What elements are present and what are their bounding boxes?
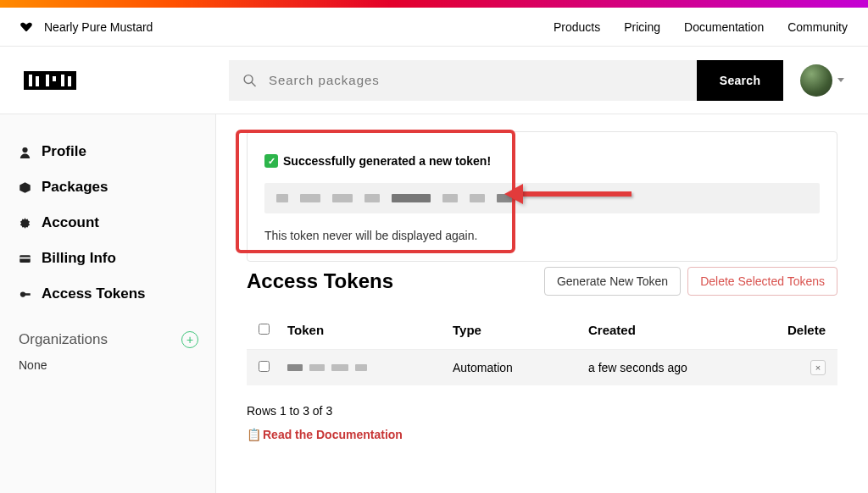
- col-created: Created: [588, 323, 775, 337]
- token-warning: This token never will be displayed again…: [264, 229, 820, 242]
- row-delete-button[interactable]: ×: [810, 360, 826, 375]
- search-form: Search: [229, 60, 783, 101]
- user-icon: [19, 146, 31, 158]
- search-input[interactable]: [269, 73, 683, 87]
- col-token: Token: [287, 323, 453, 337]
- svg-point-2: [22, 147, 27, 152]
- sidebar: Profile Packages Account Billing Info Ac…: [0, 114, 216, 493]
- delete-selected-button[interactable]: Delete Selected Tokens: [687, 267, 837, 296]
- package-icon: [19, 181, 31, 194]
- page-title: Access Tokens: [247, 269, 393, 293]
- token-value[interactable]: [264, 183, 820, 213]
- sidebar-item-account[interactable]: Account: [0, 209, 215, 236]
- search-button[interactable]: Search: [697, 60, 783, 101]
- heart-icon: [20, 22, 32, 32]
- check-icon: ✓: [264, 154, 278, 168]
- main-content: ✓ Successfully generated a new token! Th…: [216, 114, 868, 493]
- col-delete: Delete: [775, 323, 826, 337]
- sidebar-item-label: Account: [42, 214, 99, 231]
- svg-point-0: [244, 75, 253, 83]
- row-checkbox[interactable]: [259, 361, 270, 372]
- success-message: ✓ Successfully generated a new token!: [264, 154, 820, 168]
- svg-rect-7: [25, 293, 31, 296]
- npm-logo[interactable]: [24, 71, 76, 90]
- generate-token-button[interactable]: Generate New Token: [544, 267, 681, 296]
- row-created: a few seconds ago: [588, 361, 775, 374]
- clipboard-icon: 📋: [247, 428, 261, 441]
- sidebar-item-label: Access Tokens: [42, 285, 146, 302]
- nav-pricing[interactable]: Pricing: [624, 20, 660, 34]
- chevron-down-icon: [837, 78, 844, 82]
- credit-card-icon: [19, 252, 31, 265]
- row-type: Automation: [453, 361, 588, 374]
- success-text: Successfully generated a new token!: [283, 154, 491, 168]
- read-docs-label: Read the Documentation: [263, 428, 403, 441]
- sidebar-item-access-tokens[interactable]: Access Tokens: [0, 280, 215, 307]
- svg-line-1: [252, 82, 256, 86]
- user-menu[interactable]: [800, 64, 844, 97]
- sidebar-item-label: Profile: [42, 143, 86, 160]
- key-icon: [19, 288, 31, 301]
- col-type: Type: [453, 323, 588, 337]
- top-nav: Nearly Pure Mustard Products Pricing Doc…: [0, 8, 868, 47]
- top-links: Products Pricing Documentation Community: [554, 20, 848, 34]
- header: Search: [0, 47, 868, 114]
- nav-community[interactable]: Community: [787, 20, 848, 34]
- table-row: Automation a few seconds ago ×: [247, 350, 837, 385]
- pagination-text: Rows 1 to 3 of 3: [247, 404, 837, 418]
- add-org-button[interactable]: +: [181, 331, 198, 348]
- sidebar-item-profile[interactable]: Profile: [0, 138, 215, 165]
- brand-gradient-bar: [0, 0, 868, 8]
- nav-products[interactable]: Products: [554, 20, 600, 34]
- read-docs-link[interactable]: 📋 Read the Documentation: [247, 428, 837, 441]
- avatar: [800, 64, 832, 97]
- sidebar-item-label: Packages: [42, 179, 108, 196]
- sidebar-item-packages[interactable]: Packages: [0, 174, 215, 201]
- token-notice-card: ✓ Successfully generated a new token! Th…: [247, 131, 837, 262]
- svg-rect-5: [19, 257, 31, 258]
- nav-documentation[interactable]: Documentation: [684, 20, 764, 34]
- tagline-text: Nearly Pure Mustard: [44, 20, 153, 34]
- tokens-table-header: Token Type Created Delete: [247, 311, 837, 350]
- svg-point-6: [20, 291, 25, 296]
- sidebar-item-billing[interactable]: Billing Info: [0, 245, 215, 272]
- organizations-heading: Organizations: [19, 331, 108, 348]
- sidebar-item-label: Billing Info: [42, 250, 116, 267]
- select-all-checkbox[interactable]: [259, 324, 270, 335]
- gear-icon: [19, 217, 31, 230]
- row-token-masked: [287, 364, 453, 371]
- search-input-wrap[interactable]: [229, 60, 697, 101]
- organizations-none: None: [0, 352, 215, 379]
- search-icon: [242, 73, 257, 88]
